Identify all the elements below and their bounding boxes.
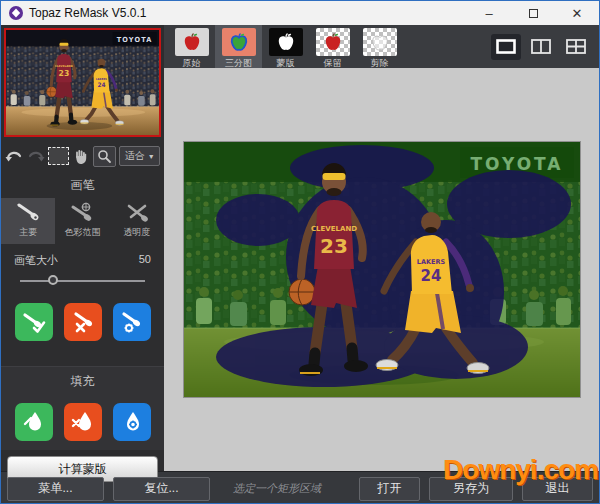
brush-tool-tabs: 主要 色彩范围 透明度 <box>1 198 164 244</box>
brush-icon <box>15 202 41 224</box>
brush-tool-label: 透明度 <box>123 226 150 239</box>
reset-button[interactable]: 复位... <box>113 477 210 501</box>
slider-handle[interactable] <box>48 275 58 285</box>
undo-button[interactable] <box>5 145 23 167</box>
thumbnail-preview <box>6 30 159 135</box>
brush-size-row: 画笔大小 50 <box>1 244 164 270</box>
split-view-icon <box>531 39 551 54</box>
single-view-button[interactable] <box>491 34 521 60</box>
close-button[interactable]: ✕ <box>555 1 599 25</box>
title-bar: Topaz ReMask V5.0.1 – ✕ <box>1 1 599 25</box>
preview-mode-toolbar: 原始 三分图 蒙版 保 <box>164 25 599 68</box>
tab-original[interactable]: 原始 <box>168 25 215 68</box>
brush-size-slider[interactable] <box>20 272 145 290</box>
compute-brush-button[interactable] <box>113 303 151 341</box>
trimap-apple-icon <box>222 28 256 56</box>
maximize-button[interactable] <box>511 1 555 25</box>
brush-tool-label: 主要 <box>19 226 37 239</box>
minimize-button[interactable]: – <box>467 1 511 25</box>
cut-brush-button[interactable] <box>64 303 102 341</box>
brush-color-buttons <box>1 294 164 350</box>
keep-apple-icon <box>316 28 350 56</box>
fill-section: 填充 <box>1 366 164 450</box>
color-range-brush-icon <box>69 202 95 224</box>
chevron-down-icon: ▼ <box>148 153 155 160</box>
zoom-tool[interactable] <box>93 146 116 167</box>
editing-canvas[interactable] <box>164 68 599 471</box>
app-window: Topaz ReMask V5.0.1 – ✕ <box>0 0 600 504</box>
save-as-button[interactable]: 另存为 <box>429 477 513 501</box>
window-title: Topaz ReMask V5.0.1 <box>29 6 146 20</box>
marquee-icon <box>48 147 69 165</box>
keep-brush-button[interactable] <box>15 303 53 341</box>
red-apple-icon <box>175 28 209 56</box>
pan-tool[interactable] <box>72 145 90 167</box>
tab-keep[interactable]: 保留 <box>309 25 356 68</box>
hand-icon <box>73 148 89 165</box>
brush-size-value: 50 <box>139 253 151 268</box>
open-button[interactable]: 打开 <box>359 477 420 501</box>
brush-size-label: 画笔大小 <box>14 253 58 268</box>
trimap-image[interactable] <box>183 141 581 398</box>
left-sidebar: 适合 ▼ 画笔 主要 <box>1 25 164 471</box>
brush-tool-label: 色彩范围 <box>64 226 100 239</box>
navigation-toolbar: 适合 ▼ <box>1 141 164 171</box>
trimap-preview <box>184 142 580 397</box>
single-view-icon <box>496 39 516 54</box>
fill-section-title: 填充 <box>1 367 164 394</box>
magnifier-icon <box>97 149 112 164</box>
main-area: 原始 三分图 蒙版 保 <box>164 25 599 471</box>
tab-mask[interactable]: 蒙版 <box>262 25 309 68</box>
menu-button[interactable]: 菜单... <box>7 477 104 501</box>
image-thumbnail[interactable] <box>4 28 161 137</box>
maximize-icon <box>529 9 538 18</box>
tab-trimap[interactable]: 三分图 <box>215 25 262 68</box>
split-view-button[interactable] <box>526 34 556 60</box>
status-text: 选定一个矩形区域 <box>233 481 321 496</box>
zoom-fit-dropdown[interactable]: 适合 ▼ <box>119 146 160 166</box>
tab-cutout[interactable]: 剪除 <box>356 25 403 68</box>
brush-tool-color-range[interactable]: 色彩范围 <box>55 198 109 244</box>
brush-tool-transparency[interactable]: 透明度 <box>110 198 164 244</box>
brush-tool-primary[interactable]: 主要 <box>1 198 55 244</box>
view-mode-buttons <box>491 25 591 68</box>
exit-button[interactable]: 退出 <box>522 477 593 501</box>
brush-section-title: 画笔 <box>1 171 164 198</box>
app-logo-icon <box>9 6 23 20</box>
redo-button[interactable] <box>26 145 44 167</box>
quad-view-icon <box>566 39 586 54</box>
zoom-fit-label: 适合 <box>125 149 145 163</box>
quad-view-button[interactable] <box>561 34 591 60</box>
fill-color-buttons <box>1 394 164 450</box>
rectangle-select-tool[interactable] <box>48 145 69 167</box>
slider-track <box>20 280 145 282</box>
mask-apple-icon <box>269 28 303 56</box>
transparency-brush-icon <box>124 202 150 224</box>
keep-fill-button[interactable] <box>15 403 53 441</box>
compute-fill-button[interactable] <box>113 403 151 441</box>
cutout-apple-icon <box>363 28 397 56</box>
cut-fill-button[interactable] <box>64 403 102 441</box>
